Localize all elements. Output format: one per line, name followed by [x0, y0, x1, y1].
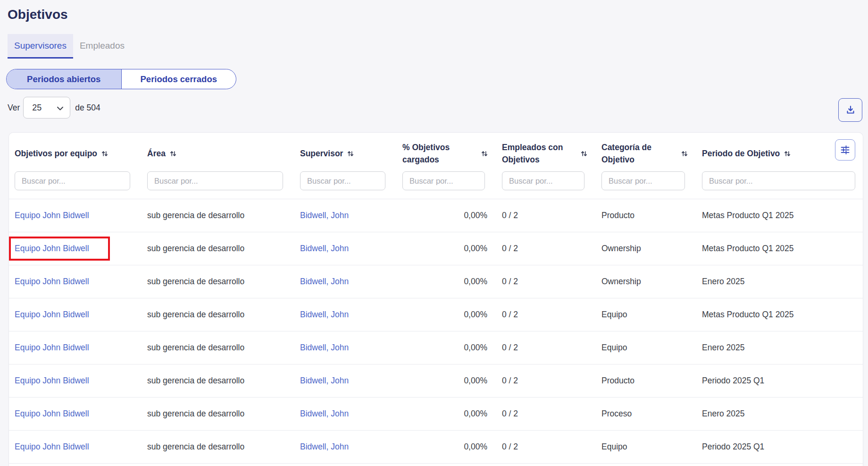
- cell-pct: 0,00%: [397, 442, 496, 452]
- cell-category: Equipo: [596, 310, 696, 320]
- sort-icon[interactable]: [784, 150, 791, 158]
- tab-supervisores[interactable]: Supervisores: [8, 34, 73, 57]
- cell-supervisor: Bidwell, John: [294, 244, 397, 254]
- cell-team-link[interactable]: Equipo John Bidwell: [15, 310, 89, 319]
- column-label-supervisor: Supervisor: [300, 147, 343, 160]
- table-row: Equipo John Bidwellsub gerencia de desar…: [9, 398, 863, 431]
- cell-supervisor-link[interactable]: Bidwell, John: [300, 211, 349, 220]
- cell-area: sub gerencia de desarrollo: [142, 277, 294, 287]
- cell-team-link[interactable]: Equipo John Bidwell: [15, 211, 89, 220]
- search-cell-period: [696, 167, 863, 199]
- column-settings-icon: [840, 144, 851, 155]
- cell-period: Metas Producto Q1 2025: [696, 211, 863, 220]
- table-row: Equipo John Bidwellsub gerencia de desar…: [9, 298, 863, 331]
- cell-area: sub gerencia de desarrollo: [142, 211, 294, 220]
- cell-supervisor: Bidwell, John: [294, 211, 397, 220]
- column-header-supervisor[interactable]: Supervisor: [294, 140, 397, 167]
- cell-team: Equipo John Bidwell: [9, 376, 142, 386]
- cell-period: Enero 2025: [696, 409, 863, 419]
- cell-supervisor-link[interactable]: Bidwell, John: [300, 310, 349, 319]
- sort-icon[interactable]: [101, 150, 108, 158]
- column-header-employees[interactable]: Empleados con Objetivos: [496, 140, 596, 167]
- table-row: Equipo John Bidwellsub gerencia de desar…: [9, 431, 863, 464]
- cell-supervisor: Bidwell, John: [294, 409, 397, 419]
- cell-category: Producto: [596, 211, 696, 220]
- cell-pct: 0,00%: [397, 244, 496, 254]
- cell-supervisor: Bidwell, John: [294, 343, 397, 353]
- cell-team-link[interactable]: Equipo John Bidwell: [15, 376, 89, 385]
- sort-icon[interactable]: [681, 150, 688, 158]
- table-row: Equipo John Bidwellsub gerencia de desar…: [9, 232, 863, 265]
- search-input-area[interactable]: [147, 171, 283, 190]
- cell-pct: 0,00%: [397, 343, 496, 353]
- search-cell-pct: [397, 167, 496, 199]
- cell-employees: 0 / 2: [496, 310, 596, 320]
- cell-team-link[interactable]: Equipo John Bidwell: [15, 409, 89, 418]
- cell-team: Equipo John Bidwell: [9, 211, 142, 220]
- cell-supervisor-link[interactable]: Bidwell, John: [300, 409, 349, 418]
- cell-supervisor-link[interactable]: Bidwell, John: [300, 442, 349, 451]
- cell-employees: 0 / 2: [496, 409, 596, 419]
- column-label-area: Área: [147, 147, 166, 160]
- search-cell-supervisor: [294, 167, 397, 199]
- search-cell-team: [9, 167, 142, 199]
- cell-supervisor: Bidwell, John: [294, 442, 397, 452]
- column-header-team[interactable]: Objetivos por equipo: [9, 140, 142, 167]
- cell-employees: 0 / 2: [496, 442, 596, 452]
- search-input-team[interactable]: [15, 171, 130, 190]
- cell-team-link[interactable]: Equipo John Bidwell: [15, 343, 89, 352]
- cell-team-link[interactable]: Equipo John Bidwell: [15, 277, 89, 286]
- cell-team-link[interactable]: Equipo John Bidwell: [15, 442, 89, 451]
- cell-employees: 0 / 2: [496, 343, 596, 353]
- search-input-pct[interactable]: [402, 171, 485, 190]
- cell-pct: 0,00%: [397, 310, 496, 320]
- cell-supervisor-link[interactable]: Bidwell, John: [300, 376, 349, 385]
- sort-icon[interactable]: [170, 150, 176, 158]
- tab-empleados[interactable]: Empleados: [73, 34, 131, 57]
- search-input-category[interactable]: [601, 171, 685, 190]
- total-count-label: de 504: [75, 103, 100, 113]
- download-icon: [845, 104, 856, 116]
- cell-pct: 0,00%: [397, 376, 496, 386]
- sort-icon[interactable]: [481, 150, 488, 158]
- column-label-category: Categoría de Objetivo: [601, 141, 664, 166]
- cell-supervisor-link[interactable]: Bidwell, John: [300, 343, 349, 352]
- cell-team: Equipo John Bidwell: [9, 310, 142, 320]
- page-size-value: 25: [32, 103, 42, 113]
- cell-category: Proceso: [596, 409, 696, 419]
- column-label-period: Periodo de Objetivo: [702, 147, 780, 160]
- toggle-label: Periodos abiertos: [27, 74, 100, 85]
- cell-supervisor-link[interactable]: Bidwell, John: [300, 277, 349, 286]
- cell-area: sub gerencia de desarrollo: [142, 409, 294, 419]
- search-input-supervisor[interactable]: [300, 171, 385, 190]
- cell-area: sub gerencia de desarrollo: [142, 343, 294, 353]
- column-settings-button[interactable]: [835, 139, 855, 161]
- download-button[interactable]: [838, 98, 862, 122]
- table-head: Objetivos por equipoÁreaSupervisor% Obje…: [9, 133, 863, 199]
- column-header-category[interactable]: Categoría de Objetivo: [596, 140, 696, 167]
- cell-period: Metas Producto Q1 2025: [696, 244, 863, 254]
- sort-icon[interactable]: [347, 150, 354, 158]
- search-input-period[interactable]: [702, 171, 855, 190]
- cell-supervisor: Bidwell, John: [294, 376, 397, 386]
- column-header-pct[interactable]: % Objetivos cargados: [397, 140, 496, 167]
- table-body: Equipo John Bidwellsub gerencia de desar…: [9, 199, 863, 464]
- view-label: Ver: [8, 103, 20, 113]
- table-row: Equipo John Bidwellsub gerencia de desar…: [9, 265, 863, 298]
- cell-pct: 0,00%: [397, 277, 496, 287]
- cell-category: Ownership: [596, 277, 696, 287]
- cell-supervisor: Bidwell, John: [294, 277, 397, 287]
- sort-icon[interactable]: [581, 150, 587, 158]
- cell-team-link[interactable]: Equipo John Bidwell: [15, 244, 89, 253]
- toggle-periodos-abiertos[interactable]: Periodos abiertos: [7, 69, 121, 89]
- cell-team: Equipo John Bidwell: [9, 277, 142, 287]
- cell-period: Metas Producto Q1 2025: [696, 310, 863, 320]
- table-row: Equipo John Bidwellsub gerencia de desar…: [9, 331, 863, 364]
- search-input-employees[interactable]: [502, 171, 584, 190]
- toggle-periodos-cerrados[interactable]: Periodos cerrados: [121, 69, 236, 89]
- cell-employees: 0 / 2: [496, 376, 596, 386]
- page-size-select[interactable]: 25: [23, 97, 70, 119]
- column-header-area[interactable]: Área: [142, 140, 294, 167]
- page-title: Objetivos: [8, 7, 868, 23]
- cell-supervisor-link[interactable]: Bidwell, John: [300, 244, 349, 253]
